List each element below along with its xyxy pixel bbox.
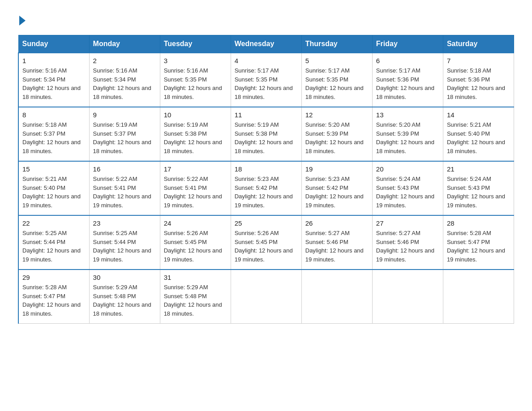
day-info: Sunrise: 5:26 AMSunset: 5:45 PMDaylight:… — [164, 229, 227, 264]
col-header-monday: Monday — [89, 35, 160, 53]
day-number: 10 — [164, 111, 227, 119]
calendar-cell: 22 Sunrise: 5:25 AMSunset: 5:44 PMDaylig… — [18, 215, 89, 270]
day-number: 6 — [376, 57, 439, 64]
calendar-cell: 21 Sunrise: 5:24 AMSunset: 5:43 PMDaylig… — [443, 161, 514, 215]
day-info: Sunrise: 5:27 AMSunset: 5:46 PMDaylight:… — [376, 229, 439, 264]
day-number: 16 — [93, 165, 156, 173]
calendar-cell: 27 Sunrise: 5:27 AMSunset: 5:46 PMDaylig… — [372, 215, 443, 270]
col-header-thursday: Thursday — [301, 35, 372, 53]
day-number: 1 — [22, 57, 86, 64]
calendar-cell: 25 Sunrise: 5:26 AMSunset: 5:45 PMDaylig… — [231, 215, 301, 270]
calendar-cell: 23 Sunrise: 5:25 AMSunset: 5:44 PMDaylig… — [89, 215, 160, 270]
col-header-tuesday: Tuesday — [160, 35, 231, 53]
logo — [18, 13, 26, 26]
calendar-cell: 16 Sunrise: 5:22 AMSunset: 5:41 PMDaylig… — [89, 161, 160, 215]
day-number: 27 — [376, 219, 439, 227]
calendar-cell: 3 Sunrise: 5:16 AMSunset: 5:35 PMDayligh… — [160, 53, 231, 107]
day-number: 3 — [164, 57, 227, 64]
calendar-cell: 28 Sunrise: 5:28 AMSunset: 5:47 PMDaylig… — [443, 215, 514, 270]
day-info: Sunrise: 5:25 AMSunset: 5:44 PMDaylight:… — [22, 229, 86, 264]
day-info: Sunrise: 5:17 AMSunset: 5:35 PMDaylight:… — [305, 66, 369, 101]
calendar-cell — [231, 270, 301, 324]
calendar-cell — [372, 270, 443, 324]
day-info: Sunrise: 5:18 AMSunset: 5:37 PMDaylight:… — [22, 120, 86, 155]
day-number: 13 — [376, 111, 439, 119]
col-header-wednesday: Wednesday — [231, 35, 301, 53]
calendar-cell: 9 Sunrise: 5:19 AMSunset: 5:37 PMDayligh… — [89, 107, 160, 161]
logo-general-text — [18, 13, 26, 26]
calendar-cell: 17 Sunrise: 5:22 AMSunset: 5:41 PMDaylig… — [160, 161, 231, 215]
calendar-cell: 7 Sunrise: 5:18 AMSunset: 5:36 PMDayligh… — [443, 53, 514, 107]
day-info: Sunrise: 5:19 AMSunset: 5:37 PMDaylight:… — [93, 120, 156, 155]
day-info: Sunrise: 5:16 AMSunset: 5:34 PMDaylight:… — [22, 66, 86, 101]
day-info: Sunrise: 5:20 AMSunset: 5:39 PMDaylight:… — [376, 120, 439, 155]
day-info: Sunrise: 5:29 AMSunset: 5:48 PMDaylight:… — [164, 283, 227, 318]
day-number: 21 — [447, 165, 510, 173]
calendar-table: SundayMondayTuesdayWednesdayThursdayFrid… — [18, 35, 514, 324]
page-header — [18, 13, 514, 26]
day-number: 2 — [93, 57, 156, 64]
day-info: Sunrise: 5:25 AMSunset: 5:44 PMDaylight:… — [93, 229, 156, 264]
day-number: 12 — [305, 111, 369, 119]
day-info: Sunrise: 5:24 AMSunset: 5:43 PMDaylight:… — [447, 175, 510, 210]
calendar-week-5: 29 Sunrise: 5:28 AMSunset: 5:47 PMDaylig… — [18, 270, 514, 324]
calendar-cell: 6 Sunrise: 5:17 AMSunset: 5:36 PMDayligh… — [372, 53, 443, 107]
calendar-cell: 11 Sunrise: 5:19 AMSunset: 5:38 PMDaylig… — [231, 107, 301, 161]
day-info: Sunrise: 5:29 AMSunset: 5:48 PMDaylight:… — [93, 283, 156, 318]
day-number: 31 — [164, 274, 227, 281]
calendar-cell: 12 Sunrise: 5:20 AMSunset: 5:39 PMDaylig… — [301, 107, 372, 161]
day-number: 19 — [305, 165, 369, 173]
calendar-cell: 20 Sunrise: 5:24 AMSunset: 5:43 PMDaylig… — [372, 161, 443, 215]
day-number: 24 — [164, 219, 227, 227]
day-info: Sunrise: 5:16 AMSunset: 5:34 PMDaylight:… — [93, 66, 156, 101]
day-info: Sunrise: 5:18 AMSunset: 5:36 PMDaylight:… — [447, 66, 510, 101]
day-number: 30 — [93, 274, 156, 281]
calendar-header-row: SundayMondayTuesdayWednesdayThursdayFrid… — [18, 35, 514, 53]
day-info: Sunrise: 5:22 AMSunset: 5:41 PMDaylight:… — [93, 175, 156, 210]
day-info: Sunrise: 5:26 AMSunset: 5:45 PMDaylight:… — [235, 229, 298, 264]
day-info: Sunrise: 5:21 AMSunset: 5:40 PMDaylight:… — [22, 175, 86, 210]
col-header-saturday: Saturday — [443, 35, 514, 53]
day-number: 17 — [164, 165, 227, 173]
calendar-cell: 19 Sunrise: 5:23 AMSunset: 5:42 PMDaylig… — [301, 161, 372, 215]
calendar-cell: 10 Sunrise: 5:19 AMSunset: 5:38 PMDaylig… — [160, 107, 231, 161]
calendar-cell: 26 Sunrise: 5:27 AMSunset: 5:46 PMDaylig… — [301, 215, 372, 270]
day-info: Sunrise: 5:17 AMSunset: 5:36 PMDaylight:… — [376, 66, 439, 101]
calendar-cell: 14 Sunrise: 5:21 AMSunset: 5:40 PMDaylig… — [443, 107, 514, 161]
day-number: 11 — [235, 111, 298, 119]
calendar-week-4: 22 Sunrise: 5:25 AMSunset: 5:44 PMDaylig… — [18, 215, 514, 270]
day-info: Sunrise: 5:22 AMSunset: 5:41 PMDaylight:… — [164, 175, 227, 210]
calendar-cell: 29 Sunrise: 5:28 AMSunset: 5:47 PMDaylig… — [18, 270, 89, 324]
day-number: 26 — [305, 219, 369, 227]
day-info: Sunrise: 5:28 AMSunset: 5:47 PMDaylight:… — [22, 283, 86, 318]
day-info: Sunrise: 5:28 AMSunset: 5:47 PMDaylight:… — [447, 229, 510, 264]
day-number: 29 — [22, 274, 86, 281]
calendar-cell: 24 Sunrise: 5:26 AMSunset: 5:45 PMDaylig… — [160, 215, 231, 270]
day-number: 25 — [235, 219, 298, 227]
calendar-cell: 31 Sunrise: 5:29 AMSunset: 5:48 PMDaylig… — [160, 270, 231, 324]
calendar-cell: 5 Sunrise: 5:17 AMSunset: 5:35 PMDayligh… — [301, 53, 372, 107]
day-info: Sunrise: 5:23 AMSunset: 5:42 PMDaylight:… — [305, 175, 369, 210]
day-info: Sunrise: 5:27 AMSunset: 5:46 PMDaylight:… — [305, 229, 369, 264]
calendar-cell: 15 Sunrise: 5:21 AMSunset: 5:40 PMDaylig… — [18, 161, 89, 215]
calendar-cell: 4 Sunrise: 5:17 AMSunset: 5:35 PMDayligh… — [231, 53, 301, 107]
col-header-sunday: Sunday — [18, 35, 89, 53]
day-number: 22 — [22, 219, 86, 227]
day-number: 20 — [376, 165, 439, 173]
day-number: 15 — [22, 165, 86, 173]
calendar-week-3: 15 Sunrise: 5:21 AMSunset: 5:40 PMDaylig… — [18, 161, 514, 215]
day-number: 8 — [22, 111, 86, 119]
day-info: Sunrise: 5:17 AMSunset: 5:35 PMDaylight:… — [235, 66, 298, 101]
day-number: 9 — [93, 111, 156, 119]
day-number: 4 — [235, 57, 298, 64]
calendar-cell: 13 Sunrise: 5:20 AMSunset: 5:39 PMDaylig… — [372, 107, 443, 161]
calendar-week-2: 8 Sunrise: 5:18 AMSunset: 5:37 PMDayligh… — [18, 107, 514, 161]
day-number: 18 — [235, 165, 298, 173]
day-number: 7 — [447, 57, 510, 64]
calendar-cell: 2 Sunrise: 5:16 AMSunset: 5:34 PMDayligh… — [89, 53, 160, 107]
day-number: 23 — [93, 219, 156, 227]
col-header-friday: Friday — [372, 35, 443, 53]
day-info: Sunrise: 5:16 AMSunset: 5:35 PMDaylight:… — [164, 66, 227, 101]
day-info: Sunrise: 5:23 AMSunset: 5:42 PMDaylight:… — [235, 175, 298, 210]
day-number: 5 — [305, 57, 369, 64]
